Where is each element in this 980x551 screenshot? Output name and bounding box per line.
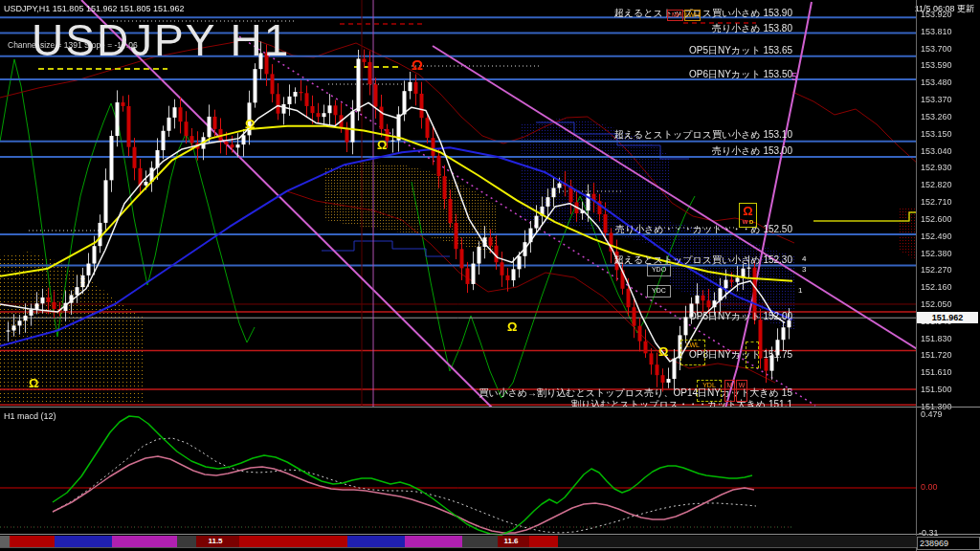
- annotation-label: OP5日NYカット 153.65: [0, 44, 792, 57]
- price-axis-label: 153.150: [921, 129, 952, 139]
- price-axis-label: 152.820: [921, 180, 952, 189]
- price-axis-label: 151.500: [921, 385, 952, 394]
- price-axis-label: 152.600: [921, 214, 952, 224]
- price-axis-label: 153.700: [921, 44, 952, 54]
- session-strip-segment: [558, 536, 917, 547]
- price-tag-box: LMH: [667, 10, 683, 21]
- axis-border: [916, 0, 917, 551]
- price-axis-label: 151.830: [921, 334, 952, 343]
- pane-separator-bottom: [0, 534, 980, 535]
- current-price-tag: 151.962: [917, 312, 978, 323]
- session-strip-label: 11.6: [492, 537, 530, 545]
- session-strip-segment: [177, 536, 196, 547]
- price-axis-label: 153.590: [921, 60, 952, 70]
- annotation-label: 売り小さめ 153.00: [0, 144, 792, 158]
- price-axis-label: 152.270: [921, 265, 952, 275]
- session-strip-segment: [529, 536, 558, 547]
- trading-terminal-window: USDJPY,H1 151.805 151.962 151.805 151.96…: [0, 0, 980, 551]
- annotation-label: 売り小さめ・・・カット・・・め 152.50: [0, 223, 792, 236]
- price-tag-box: YDL: [697, 380, 722, 402]
- price-axis-label: 152.160: [921, 282, 952, 292]
- annotation-label: 超えるとストップロス買い小さめ 152.30: [0, 253, 792, 267]
- annotation-label: OP6日NYカット 153.50: [0, 68, 792, 81]
- price-tag-box: W: [736, 380, 747, 402]
- session-strip-segment: [55, 536, 112, 547]
- session-strip-segment: [112, 536, 177, 547]
- annotation-label: 超えるとストップロス買い小さめ 153.10: [0, 128, 792, 142]
- price-tag-box: YDC: [647, 285, 671, 298]
- price-tag-box: M: [724, 380, 735, 402]
- annotation-layer: 超えるとストップロス買い小さめ 153.90売り小さめ 153.80OP5日NY…: [0, 0, 980, 408]
- annotation-label: OP5日NYカット 152.00: [0, 310, 792, 323]
- price-tag-box: [746, 342, 759, 368]
- price-axis-label: 152.050: [921, 299, 952, 309]
- price-axis-label: 153.260: [921, 112, 952, 121]
- annotation-label: 売り小さめ 153.80: [0, 22, 792, 35]
- pane-separator[interactable]: [0, 407, 980, 408]
- price-tag-box: LWL: [680, 340, 705, 365]
- omega-signal-box: ΩW D: [739, 203, 757, 228]
- price-tag-box: YDO: [647, 264, 671, 276]
- price-axis-label: 153.920: [921, 10, 952, 19]
- price-tag-box: LWH: [684, 10, 701, 21]
- session-strip-segment: [347, 536, 405, 547]
- price-axis-label: 153.370: [921, 95, 952, 104]
- price-axis-label: 153.040: [921, 146, 952, 156]
- price-axis-label: 151.610: [921, 367, 952, 377]
- price-axis-label: 152.490: [921, 231, 952, 241]
- session-strip: [0, 536, 917, 547]
- price-axis-label: 153.480: [921, 77, 952, 87]
- price-axis-label: 152.380: [921, 249, 952, 258]
- session-strip-label: 11.5: [194, 537, 236, 545]
- session-strip-segment: [10, 536, 55, 547]
- session-strip-segment: [0, 536, 10, 547]
- price-axis-label: 152.710: [921, 197, 952, 207]
- price-axis-label: 151.720: [921, 350, 952, 360]
- session-strip-segment: [405, 536, 462, 547]
- price-axis-label: 153.810: [921, 27, 952, 36]
- bottom-border: [0, 547, 980, 548]
- price-axis-label: 152.930: [921, 163, 952, 172]
- annotation-label: OP8日NYカット 151.75: [0, 348, 792, 362]
- session-strip-segment: [239, 536, 347, 547]
